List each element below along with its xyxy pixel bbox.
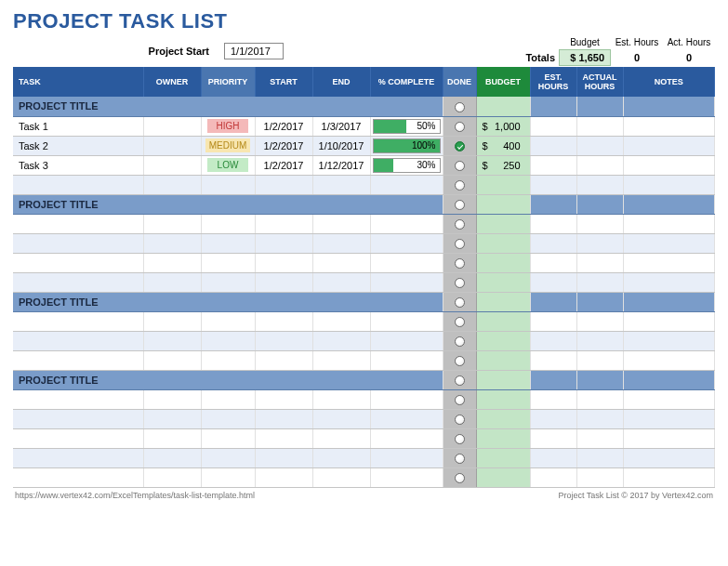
done-radio[interactable] — [455, 258, 465, 269]
budget-cell[interactable] — [476, 97, 530, 116]
footer-link[interactable]: https://www.vertex42.com/ExcelTemplates/… — [15, 491, 255, 500]
done-radio[interactable] — [455, 395, 465, 405]
owner-cell[interactable] — [143, 155, 201, 175]
done-cell[interactable] — [443, 331, 476, 350]
done-radio[interactable] — [455, 239, 465, 249]
blank-row — [13, 214, 715, 233]
done-cell[interactable] — [443, 136, 476, 155]
notes-cell[interactable] — [623, 136, 715, 155]
est-cell[interactable] — [530, 155, 576, 175]
priority-cell[interactable]: MEDIUM — [201, 136, 255, 155]
done-cell[interactable] — [443, 97, 476, 116]
done-radio[interactable] — [455, 102, 465, 112]
done-cell[interactable] — [443, 467, 476, 487]
done-cell[interactable] — [443, 370, 476, 389]
budget-mini-label: Budget — [559, 37, 611, 47]
task-name[interactable]: Task 2 — [13, 136, 143, 155]
done-cell[interactable] — [443, 214, 476, 233]
section-row: PROJECT TITLE — [13, 370, 715, 389]
notes-cell[interactable] — [623, 155, 715, 175]
priority-cell[interactable]: LOW — [201, 155, 255, 175]
blank-row — [13, 467, 715, 487]
top-row: Project Start 1/1/2017 Budget Est. Hours… — [13, 41, 715, 61]
totals-label: Totals — [518, 52, 559, 63]
done-cell[interactable] — [443, 409, 476, 428]
col-act: ACTUAL HOURS — [576, 67, 623, 97]
done-radio[interactable] — [455, 336, 465, 347]
done-cell[interactable] — [443, 448, 476, 467]
task-table: TASK OWNER PRIORITY START END % COMPLETE… — [13, 67, 715, 488]
done-cell[interactable] — [443, 428, 476, 448]
budget-cell[interactable] — [476, 194, 530, 214]
est-cell[interactable] — [530, 136, 576, 155]
done-radio[interactable] — [455, 161, 465, 171]
budget-cell[interactable]: $400 — [476, 136, 530, 155]
blank-row — [13, 350, 715, 370]
totals-budget: $ 1,650 — [559, 49, 611, 66]
task-row: Task 1HIGH1/2/20171/3/201750%$1,000 — [13, 116, 715, 136]
done-radio[interactable] — [455, 180, 465, 191]
blank-row — [13, 311, 715, 331]
section-title: PROJECT TITLE — [13, 97, 443, 116]
est-cell[interactable] — [530, 116, 576, 136]
done-cell[interactable] — [443, 311, 476, 331]
done-radio[interactable] — [455, 219, 465, 230]
budget-cell[interactable] — [476, 370, 530, 389]
done-radio[interactable] — [455, 473, 465, 483]
budget-cell[interactable] — [476, 292, 530, 311]
section-title: PROJECT TITLE — [13, 292, 443, 311]
start-cell[interactable]: 1/2/2017 — [255, 136, 312, 155]
col-done: DONE — [443, 67, 476, 97]
end-cell[interactable]: 1/10/2017 — [312, 136, 370, 155]
owner-cell[interactable] — [143, 116, 201, 136]
pct-cell[interactable]: 50% — [370, 116, 443, 136]
task-name[interactable]: Task 3 — [13, 155, 143, 175]
done-radio[interactable] — [455, 415, 465, 425]
done-cell[interactable] — [443, 155, 476, 175]
done-cell[interactable] — [443, 350, 476, 370]
done-cell[interactable] — [443, 292, 476, 311]
done-radio[interactable] — [455, 122, 465, 132]
done-cell[interactable] — [443, 233, 476, 253]
act-cell[interactable] — [576, 136, 623, 155]
done-cell[interactable] — [443, 389, 476, 409]
start-cell[interactable]: 1/2/2017 — [255, 155, 312, 175]
done-radio[interactable] — [455, 317, 465, 327]
done-cell[interactable] — [443, 194, 476, 214]
priority-badge: MEDIUM — [205, 138, 251, 152]
budget-cell[interactable]: $1,000 — [476, 116, 530, 136]
priority-cell[interactable]: HIGH — [201, 116, 255, 136]
done-radio[interactable] — [455, 278, 465, 288]
done-radio[interactable] — [455, 297, 465, 308]
owner-cell[interactable] — [143, 136, 201, 155]
end-cell[interactable]: 1/3/2017 — [312, 116, 370, 136]
budget-cell[interactable]: $250 — [476, 155, 530, 175]
task-name[interactable]: Task 1 — [13, 116, 143, 136]
act-cell[interactable] — [576, 155, 623, 175]
blank-row — [13, 272, 715, 292]
done-radio[interactable] — [455, 375, 465, 386]
done-radio[interactable] — [455, 454, 465, 464]
done-cell[interactable] — [443, 116, 476, 136]
end-cell[interactable]: 1/12/2017 — [312, 155, 370, 175]
pct-cell[interactable]: 30% — [370, 155, 443, 175]
done-radio[interactable] — [455, 434, 465, 444]
done-cell[interactable] — [443, 272, 476, 292]
done-radio[interactable] — [455, 141, 465, 151]
task-row: Task 2MEDIUM1/2/20171/10/2017100%$400 — [13, 136, 715, 155]
act-cell[interactable] — [576, 116, 623, 136]
done-radio[interactable] — [455, 200, 465, 210]
section-row: PROJECT TITLE — [13, 194, 715, 214]
footer-copyright: Project Task List © 2017 by Vertex42.com — [558, 491, 713, 500]
section-title: PROJECT TITLE — [13, 194, 443, 214]
project-start-input[interactable]: 1/1/2017 — [224, 43, 284, 59]
priority-badge: HIGH — [207, 119, 248, 133]
col-end: END — [312, 67, 370, 97]
done-cell[interactable] — [443, 175, 476, 194]
start-cell[interactable]: 1/2/2017 — [255, 116, 312, 136]
blank-row — [13, 448, 715, 467]
done-cell[interactable] — [443, 253, 476, 272]
notes-cell[interactable] — [623, 116, 715, 136]
pct-cell[interactable]: 100% — [370, 136, 443, 155]
done-radio[interactable] — [455, 356, 465, 366]
